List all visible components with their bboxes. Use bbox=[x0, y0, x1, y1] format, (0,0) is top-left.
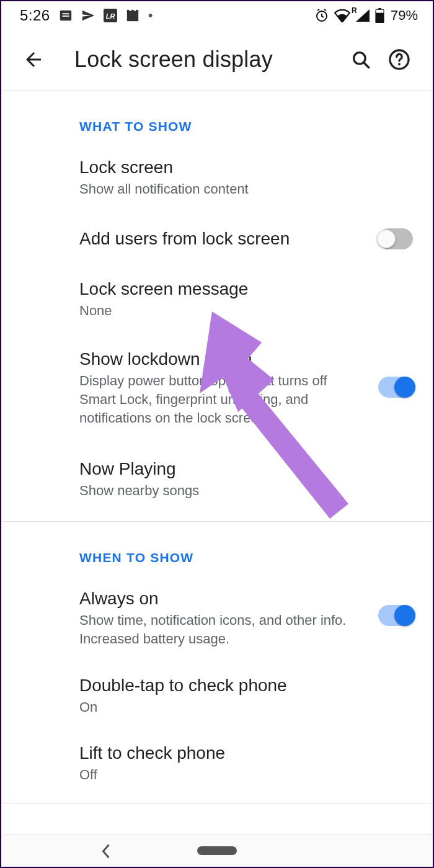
section-header-when: WHEN TO SHOW bbox=[2, 522, 432, 575]
item-subtitle: None bbox=[79, 302, 352, 320]
search-button[interactable] bbox=[346, 45, 376, 74]
svg-rect-11 bbox=[376, 9, 384, 12]
back-button[interactable] bbox=[20, 46, 47, 73]
item-title: Double-tap to check phone bbox=[79, 676, 403, 696]
more-notifications-icon: • bbox=[148, 9, 153, 22]
item-lift-to-check[interactable]: Lift to check phone Off bbox=[2, 730, 432, 798]
item-subtitle: Show all notification content bbox=[79, 180, 352, 199]
toggle-lockdown[interactable] bbox=[378, 377, 413, 398]
svg-rect-13 bbox=[378, 8, 381, 9]
item-title: Lift to check phone bbox=[79, 743, 403, 763]
item-title: Always on bbox=[79, 589, 368, 609]
item-title: Show lockdown option bbox=[79, 349, 368, 369]
item-double-tap[interactable]: Double-tap to check phone On bbox=[2, 662, 432, 730]
item-title: Lock screen message bbox=[79, 279, 403, 299]
help-button[interactable] bbox=[384, 45, 414, 74]
toggle-always-on[interactable] bbox=[378, 605, 413, 626]
item-subtitle: Show time, notification icons, and other… bbox=[79, 611, 352, 648]
svg-rect-7 bbox=[131, 10, 134, 12]
item-show-lockdown[interactable]: Show lockdown option Display power butto… bbox=[2, 333, 432, 445]
nav-back-icon[interactable] bbox=[99, 844, 112, 861]
item-subtitle: Display power button option that turns o… bbox=[79, 372, 352, 427]
settings-content: WHAT TO SHOW Lock screen Show all notifi… bbox=[2, 91, 432, 834]
battery-icon bbox=[375, 8, 384, 23]
svg-rect-8 bbox=[136, 10, 138, 12]
app-lr-icon: LR bbox=[104, 9, 117, 22]
status-time: 5:26 bbox=[20, 7, 50, 24]
app-bar: Lock screen display bbox=[2, 29, 432, 91]
item-subtitle: Show nearby songs bbox=[79, 481, 352, 500]
item-always-on[interactable]: Always on Show time, notification icons,… bbox=[2, 575, 432, 661]
svg-point-17 bbox=[398, 63, 401, 65]
svg-rect-5 bbox=[127, 11, 138, 21]
calendar-icon bbox=[126, 9, 140, 22]
item-title: Add users from lock screen bbox=[79, 229, 368, 249]
item-subtitle: Off bbox=[79, 766, 352, 784]
section-header-what: WHAT TO SHOW bbox=[2, 91, 432, 144]
svg-text:LR: LR bbox=[105, 12, 115, 20]
page-title: Lock screen display bbox=[74, 47, 337, 73]
signal-icon: R bbox=[355, 9, 370, 22]
item-add-users[interactable]: Add users from lock screen bbox=[2, 212, 432, 266]
nav-home-pill[interactable] bbox=[197, 846, 237, 855]
send-icon bbox=[81, 9, 95, 22]
status-bar: 5:26 LR • R bbox=[2, 2, 432, 29]
wifi-icon bbox=[334, 9, 350, 22]
item-now-playing[interactable]: Now Playing Show nearby songs bbox=[2, 445, 432, 521]
toggle-add-users[interactable] bbox=[378, 228, 413, 249]
alarm-icon bbox=[314, 8, 329, 23]
item-lock-screen-message[interactable]: Lock screen message None bbox=[2, 266, 432, 334]
item-subtitle: On bbox=[79, 698, 352, 717]
item-title: Lock screen bbox=[79, 158, 403, 177]
battery-text: 79% bbox=[391, 7, 418, 24]
svg-line-15 bbox=[364, 62, 369, 67]
item-lock-screen[interactable]: Lock screen Show all notification conten… bbox=[2, 144, 432, 212]
svg-rect-6 bbox=[127, 10, 130, 12]
message-icon bbox=[59, 9, 73, 22]
item-title: Now Playing bbox=[79, 459, 403, 479]
system-nav-bar bbox=[2, 834, 432, 866]
